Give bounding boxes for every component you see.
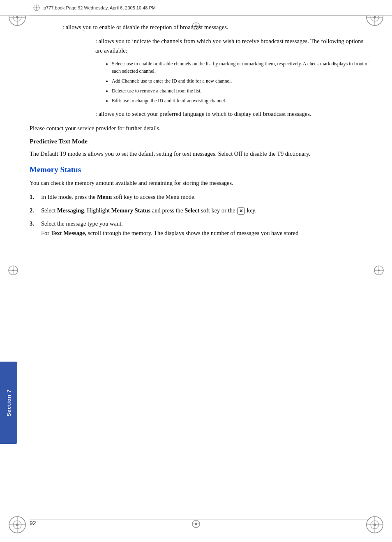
step-3-content: Select the message type you want. For Te…: [41, 219, 369, 238]
para-channels: : allows you to indicate the channels fr…: [30, 37, 369, 55]
header-bar: p777.book Page 92 Wednesday, April 6, 20…: [0, 0, 392, 16]
top-divider: [30, 16, 369, 16]
section-tab: Section 7: [0, 362, 17, 444]
bullet-item-delete: Delete: use to remove a channel from the…: [112, 87, 369, 95]
center-key-icon: ✕: [238, 208, 244, 214]
header-text: p777.book Page 92 Wednesday, April 6, 20…: [33, 4, 156, 12]
step-1-content: In Idle mode, press the Menu soft key to…: [41, 192, 369, 201]
heading-memory-status: Memory Status: [30, 165, 369, 174]
step-3-num: 3.: [30, 219, 38, 238]
steps-list: 1. In Idle mode, press the Menu soft key…: [30, 192, 369, 238]
step-1-num: 1.: [30, 192, 38, 201]
bullet-item-add-channel: Add Channel: use to enter the ID and tit…: [112, 77, 369, 85]
section-tab-label: Section 7: [6, 389, 12, 417]
para-language: : allows you to select your preferred la…: [30, 109, 369, 118]
step-2-content: Select Messaging. Highlight Memory Statu…: [41, 206, 369, 215]
corner-mark-bl: [7, 515, 27, 535]
edge-mark-left: [7, 265, 19, 278]
corner-mark-br: [365, 515, 385, 535]
step-1: 1. In Idle mode, press the Menu soft key…: [30, 192, 369, 201]
para-broadcast-enable: : allows you to enable or disable the re…: [30, 23, 369, 32]
heading-predictive-text: Predictive Text Mode: [30, 138, 369, 145]
bullet-item-select: Select: use to enable or disable channel…: [112, 60, 369, 75]
bottom-center-cross: [191, 519, 201, 530]
header-cross-icon: [33, 4, 40, 12]
para-predictive-text: The Default T9 mode is allows you to set…: [30, 149, 369, 158]
page-number: 92: [30, 520, 36, 526]
edge-mark-right: [373, 265, 385, 278]
para-contact: Please contact your service provider for…: [30, 124, 369, 133]
step-2-num: 2.: [30, 206, 38, 215]
para-memory-intro: You can check the memory amount availabl…: [30, 178, 369, 187]
header-filename: p777.book Page 92 Wednesday, April 6, 20…: [44, 5, 156, 10]
main-content: : allows you to enable or disable the re…: [30, 23, 369, 517]
bullet-item-edit: Edit: use to change the ID and title of …: [112, 97, 369, 104]
step-3: 3. Select the message type you want. For…: [30, 219, 369, 238]
bullet-list: Select: use to enable or disable channel…: [30, 60, 369, 104]
step-2: 2. Select Messaging. Highlight Memory St…: [30, 206, 369, 215]
